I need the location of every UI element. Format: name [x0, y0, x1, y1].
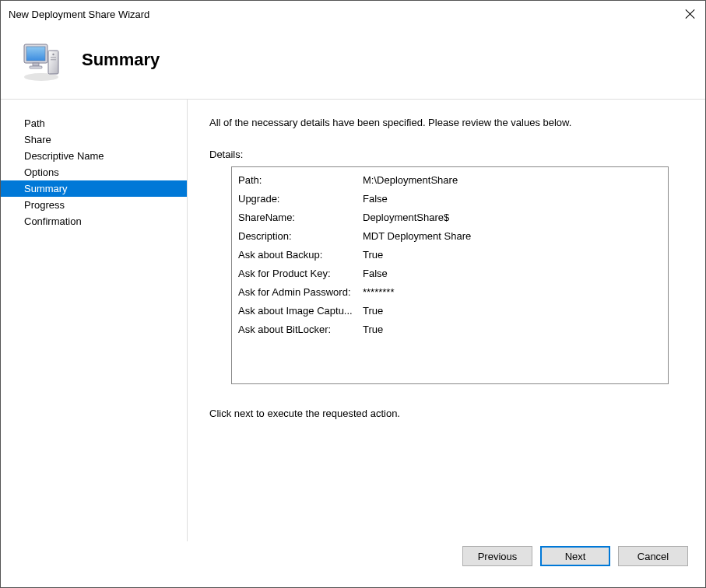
- intro-text: All of the necessary details have been s…: [209, 117, 683, 128]
- sidebar-item-options[interactable]: Options: [1, 164, 187, 180]
- main-panel: All of the necessary details have been s…: [188, 100, 705, 541]
- detail-row: ShareName:DeploymentShare$: [238, 208, 662, 227]
- detail-val: MDT Deployment Share: [363, 227, 662, 246]
- detail-val: True: [363, 302, 662, 320]
- detail-row: Ask for Admin Password:********: [238, 283, 662, 302]
- titlebar: New Deployment Share Wizard: [1, 1, 705, 27]
- detail-row: Ask for Product Key:False: [238, 264, 662, 283]
- detail-key: Ask about Image Captu...: [238, 302, 363, 320]
- svg-point-6: [52, 54, 54, 55]
- detail-row: Ask about Image Captu...True: [238, 302, 662, 320]
- detail-key: Upgrade:: [238, 190, 363, 208]
- next-button[interactable]: Next: [540, 546, 610, 566]
- sidebar-item-summary[interactable]: Summary: [1, 180, 187, 197]
- footer-text: Click next to execute the requested acti…: [209, 408, 683, 419]
- svg-rect-4: [30, 66, 42, 68]
- detail-key: ShareName:: [238, 208, 363, 227]
- detail-row: Path:M:\DeploymentShare: [238, 171, 662, 190]
- detail-val: M:\DeploymentShare: [363, 171, 662, 190]
- detail-row: Ask about BitLocker:True: [238, 320, 662, 339]
- button-row: Previous Next Cancel: [1, 541, 705, 580]
- close-icon[interactable]: [685, 9, 696, 19]
- svg-rect-7: [51, 57, 56, 58]
- wizard-header: Summary: [1, 27, 705, 99]
- detail-val: True: [363, 320, 662, 339]
- sidebar-item-share[interactable]: Share: [1, 131, 187, 148]
- sidebar-item-confirmation[interactable]: Confirmation: [1, 213, 187, 229]
- details-box: Path:M:\DeploymentShareUpgrade:FalseShar…: [231, 166, 669, 384]
- detail-key: Description:: [238, 227, 363, 246]
- details-label: Details:: [209, 149, 683, 160]
- detail-row: Ask about Backup:True: [238, 246, 662, 264]
- detail-key: Ask about Backup:: [238, 246, 363, 264]
- detail-key: Path:: [238, 171, 363, 190]
- page-title: Summary: [82, 50, 160, 70]
- deployment-icon: [19, 38, 63, 82]
- detail-row: Description:MDT Deployment Share: [238, 227, 662, 246]
- detail-val: False: [363, 190, 662, 208]
- svg-rect-3: [33, 63, 39, 66]
- wizard-steps: PathShareDescriptive NameOptionsSummaryP…: [1, 100, 188, 541]
- detail-val: DeploymentShare$: [363, 208, 662, 227]
- detail-row: Upgrade:False: [238, 190, 662, 208]
- sidebar-item-progress[interactable]: Progress: [1, 197, 187, 213]
- detail-key: Ask for Product Key:: [238, 264, 363, 283]
- previous-button[interactable]: Previous: [462, 546, 532, 566]
- detail-key: Ask about BitLocker:: [238, 320, 363, 339]
- detail-val: ********: [363, 283, 662, 302]
- detail-key: Ask for Admin Password:: [238, 283, 363, 302]
- svg-rect-8: [51, 59, 56, 60]
- cancel-button[interactable]: Cancel: [618, 546, 688, 566]
- sidebar-item-path[interactable]: Path: [1, 115, 187, 131]
- detail-val: True: [363, 246, 662, 264]
- detail-val: False: [363, 264, 662, 283]
- window-title: New Deployment Share Wizard: [9, 9, 149, 20]
- sidebar-item-descriptive-name[interactable]: Descriptive Name: [1, 148, 187, 164]
- svg-rect-2: [26, 47, 45, 61]
